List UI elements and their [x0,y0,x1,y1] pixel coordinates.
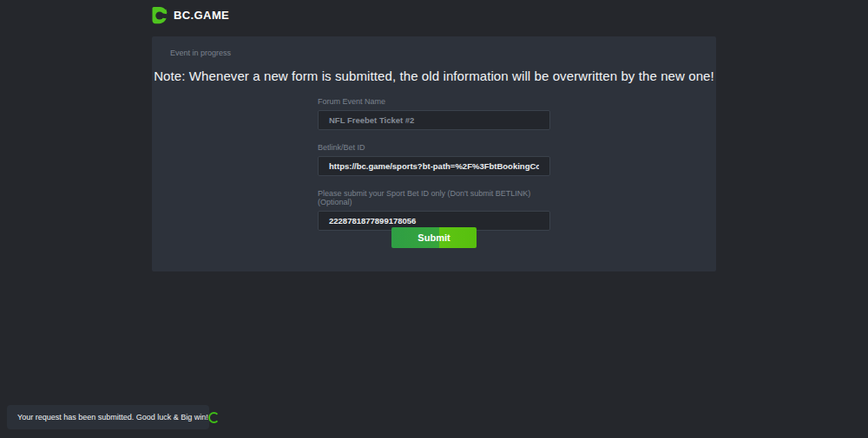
toast-message: Your request has been submitted. Good lu… [17,413,208,422]
sport-bet-id-label: Please submit your Sport Bet ID only (Do… [318,189,550,206]
field-group-betlink: Betlink/Bet ID [318,143,550,176]
forum-event-name-label: Forum Event Name [318,97,550,106]
bc-game-logo[interactable]: BC.GAME [149,6,229,24]
bc-game-logo-icon [149,6,168,24]
betlink-label: Betlink/Bet ID [318,143,550,152]
field-group-sport-bet-id: Please submit your Sport Bet ID only (Do… [318,189,550,231]
field-group-forum-event-name: Forum Event Name [318,97,550,130]
overwrite-note: Note: Whenever a new form is submitted, … [152,69,716,83]
betlink-input[interactable] [318,156,550,176]
event-form: Forum Event Name Betlink/Bet ID Please s… [318,97,550,244]
event-status-label: Event in progress [170,49,231,57]
event-form-panel: Event in progress Note: Whenever a new f… [152,36,716,271]
forum-event-name-input[interactable] [318,110,550,130]
loading-spinner-icon [208,412,220,423]
submit-button[interactable]: Submit [391,227,477,248]
bc-game-logo-text: BC.GAME [174,9,229,22]
toast-notification: Your request has been submitted. Good lu… [7,405,209,429]
